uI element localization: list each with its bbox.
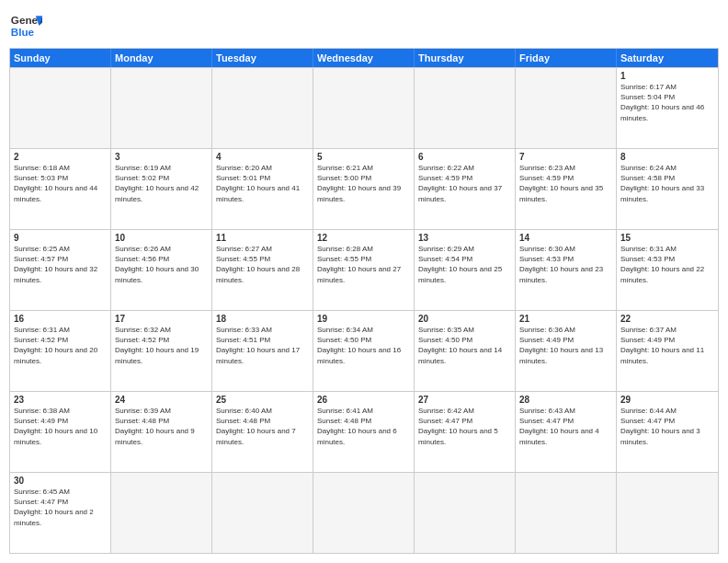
calendar-cell bbox=[313, 68, 415, 148]
day-number: 14 bbox=[519, 233, 612, 243]
calendar-cell: 17Sunrise: 6:32 AM Sunset: 4:52 PM Dayli… bbox=[111, 311, 212, 391]
calendar-cell: 5Sunrise: 6:21 AM Sunset: 5:00 PM Daylig… bbox=[313, 149, 415, 229]
calendar-cell: 3Sunrise: 6:19 AM Sunset: 5:02 PM Daylig… bbox=[111, 149, 212, 229]
day-info: Sunrise: 6:28 AM Sunset: 4:55 PM Dayligh… bbox=[317, 244, 410, 285]
calendar-cell: 18Sunrise: 6:33 AM Sunset: 4:51 PM Dayli… bbox=[212, 311, 313, 391]
calendar-cell bbox=[212, 473, 313, 553]
day-info: Sunrise: 6:21 AM Sunset: 5:00 PM Dayligh… bbox=[317, 163, 410, 204]
calendar-cell: 20Sunrise: 6:35 AM Sunset: 4:50 PM Dayli… bbox=[415, 311, 516, 391]
day-number: 23 bbox=[14, 395, 107, 405]
calendar-cell: 19Sunrise: 6:34 AM Sunset: 4:50 PM Dayli… bbox=[313, 311, 415, 391]
day-header-saturday: Saturday bbox=[617, 49, 718, 67]
day-info: Sunrise: 6:31 AM Sunset: 4:52 PM Dayligh… bbox=[14, 325, 107, 366]
day-info: Sunrise: 6:30 AM Sunset: 4:53 PM Dayligh… bbox=[519, 244, 612, 285]
calendar: SundayMondayTuesdayWednesdayThursdayFrid… bbox=[9, 48, 719, 554]
day-number: 3 bbox=[115, 152, 208, 162]
day-number: 16 bbox=[14, 314, 107, 324]
day-number: 27 bbox=[418, 395, 511, 405]
calendar-header: SundayMondayTuesdayWednesdayThursdayFrid… bbox=[10, 49, 718, 67]
calendar-row-1: 2Sunrise: 6:18 AM Sunset: 5:03 PM Daylig… bbox=[10, 148, 718, 229]
calendar-row-0: 1Sunrise: 6:17 AM Sunset: 5:04 PM Daylig… bbox=[10, 67, 718, 148]
calendar-cell bbox=[10, 68, 111, 148]
day-number: 4 bbox=[216, 152, 309, 162]
day-info: Sunrise: 6:45 AM Sunset: 4:47 PM Dayligh… bbox=[14, 487, 107, 528]
calendar-row-4: 23Sunrise: 6:38 AM Sunset: 4:49 PM Dayli… bbox=[10, 391, 718, 472]
day-number: 21 bbox=[519, 314, 612, 324]
header: General Blue bbox=[9, 9, 719, 42]
calendar-cell: 11Sunrise: 6:27 AM Sunset: 4:55 PM Dayli… bbox=[212, 230, 313, 310]
calendar-cell: 24Sunrise: 6:39 AM Sunset: 4:48 PM Dayli… bbox=[111, 392, 212, 472]
day-info: Sunrise: 6:19 AM Sunset: 5:02 PM Dayligh… bbox=[115, 163, 208, 204]
day-header-wednesday: Wednesday bbox=[313, 49, 415, 67]
day-info: Sunrise: 6:42 AM Sunset: 4:47 PM Dayligh… bbox=[418, 406, 511, 447]
day-number: 17 bbox=[115, 314, 208, 324]
day-number: 11 bbox=[216, 233, 309, 243]
day-header-tuesday: Tuesday bbox=[212, 49, 313, 67]
calendar-cell bbox=[415, 473, 516, 553]
day-info: Sunrise: 6:33 AM Sunset: 4:51 PM Dayligh… bbox=[216, 325, 309, 366]
calendar-cell: 25Sunrise: 6:40 AM Sunset: 4:48 PM Dayli… bbox=[212, 392, 313, 472]
calendar-cell: 6Sunrise: 6:22 AM Sunset: 4:59 PM Daylig… bbox=[415, 149, 516, 229]
page: General Blue SundayMondayTuesdayWednesda… bbox=[0, 0, 728, 563]
day-header-sunday: Sunday bbox=[10, 49, 111, 67]
calendar-cell bbox=[617, 473, 718, 553]
day-info: Sunrise: 6:37 AM Sunset: 4:49 PM Dayligh… bbox=[620, 325, 714, 366]
day-number: 18 bbox=[216, 314, 309, 324]
calendar-row-3: 16Sunrise: 6:31 AM Sunset: 4:52 PM Dayli… bbox=[10, 310, 718, 391]
day-info: Sunrise: 6:18 AM Sunset: 5:03 PM Dayligh… bbox=[14, 163, 107, 204]
day-number: 13 bbox=[418, 233, 511, 243]
day-number: 8 bbox=[620, 152, 714, 162]
calendar-cell bbox=[415, 68, 516, 148]
day-info: Sunrise: 6:31 AM Sunset: 4:53 PM Dayligh… bbox=[620, 244, 714, 285]
day-number: 19 bbox=[317, 314, 410, 324]
day-number: 28 bbox=[519, 395, 612, 405]
calendar-cell: 23Sunrise: 6:38 AM Sunset: 4:49 PM Dayli… bbox=[10, 392, 111, 472]
day-header-monday: Monday bbox=[111, 49, 212, 67]
calendar-cell: 14Sunrise: 6:30 AM Sunset: 4:53 PM Dayli… bbox=[516, 230, 617, 310]
day-number: 30 bbox=[14, 476, 107, 486]
calendar-cell: 12Sunrise: 6:28 AM Sunset: 4:55 PM Dayli… bbox=[313, 230, 415, 310]
day-header-friday: Friday bbox=[516, 49, 617, 67]
calendar-cell bbox=[313, 473, 415, 553]
calendar-cell: 26Sunrise: 6:41 AM Sunset: 4:48 PM Dayli… bbox=[313, 392, 415, 472]
day-number: 5 bbox=[317, 152, 410, 162]
day-info: Sunrise: 6:22 AM Sunset: 4:59 PM Dayligh… bbox=[418, 163, 511, 204]
day-info: Sunrise: 6:35 AM Sunset: 4:50 PM Dayligh… bbox=[418, 325, 511, 366]
day-number: 24 bbox=[115, 395, 208, 405]
day-number: 6 bbox=[418, 152, 511, 162]
day-number: 10 bbox=[115, 233, 208, 243]
calendar-cell bbox=[212, 68, 313, 148]
calendar-cell bbox=[516, 68, 617, 148]
calendar-cell: 29Sunrise: 6:44 AM Sunset: 4:47 PM Dayli… bbox=[617, 392, 718, 472]
day-number: 1 bbox=[620, 71, 714, 81]
calendar-body: 1Sunrise: 6:17 AM Sunset: 5:04 PM Daylig… bbox=[10, 67, 718, 553]
day-number: 20 bbox=[418, 314, 511, 324]
day-number: 12 bbox=[317, 233, 410, 243]
day-info: Sunrise: 6:23 AM Sunset: 4:59 PM Dayligh… bbox=[519, 163, 612, 204]
calendar-cell: 21Sunrise: 6:36 AM Sunset: 4:49 PM Dayli… bbox=[516, 311, 617, 391]
calendar-cell: 13Sunrise: 6:29 AM Sunset: 4:54 PM Dayli… bbox=[415, 230, 516, 310]
day-info: Sunrise: 6:40 AM Sunset: 4:48 PM Dayligh… bbox=[216, 406, 309, 447]
day-info: Sunrise: 6:44 AM Sunset: 4:47 PM Dayligh… bbox=[620, 406, 714, 447]
calendar-cell: 27Sunrise: 6:42 AM Sunset: 4:47 PM Dayli… bbox=[415, 392, 516, 472]
svg-text:Blue: Blue bbox=[11, 26, 35, 38]
calendar-cell: 9Sunrise: 6:25 AM Sunset: 4:57 PM Daylig… bbox=[10, 230, 111, 310]
calendar-cell: 22Sunrise: 6:37 AM Sunset: 4:49 PM Dayli… bbox=[617, 311, 718, 391]
day-info: Sunrise: 6:32 AM Sunset: 4:52 PM Dayligh… bbox=[115, 325, 208, 366]
day-info: Sunrise: 6:20 AM Sunset: 5:01 PM Dayligh… bbox=[216, 163, 309, 204]
calendar-cell: 10Sunrise: 6:26 AM Sunset: 4:56 PM Dayli… bbox=[111, 230, 212, 310]
day-header-thursday: Thursday bbox=[415, 49, 516, 67]
day-info: Sunrise: 6:27 AM Sunset: 4:55 PM Dayligh… bbox=[216, 244, 309, 285]
calendar-cell: 15Sunrise: 6:31 AM Sunset: 4:53 PM Dayli… bbox=[617, 230, 718, 310]
day-number: 2 bbox=[14, 152, 107, 162]
day-number: 22 bbox=[620, 314, 714, 324]
day-number: 15 bbox=[620, 233, 714, 243]
calendar-cell: 28Sunrise: 6:43 AM Sunset: 4:47 PM Dayli… bbox=[516, 392, 617, 472]
day-info: Sunrise: 6:26 AM Sunset: 4:56 PM Dayligh… bbox=[115, 244, 208, 285]
calendar-cell: 4Sunrise: 6:20 AM Sunset: 5:01 PM Daylig… bbox=[212, 149, 313, 229]
day-info: Sunrise: 6:34 AM Sunset: 4:50 PM Dayligh… bbox=[317, 325, 410, 366]
logo: General Blue bbox=[9, 9, 42, 42]
day-number: 29 bbox=[620, 395, 714, 405]
calendar-cell: 8Sunrise: 6:24 AM Sunset: 4:58 PM Daylig… bbox=[617, 149, 718, 229]
calendar-cell bbox=[111, 68, 212, 148]
